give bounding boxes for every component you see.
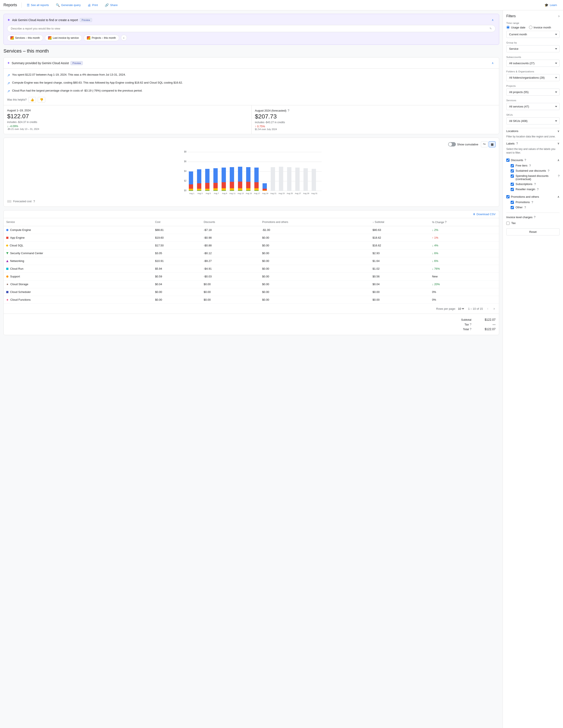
arrow-up-icon: ↑ (255, 125, 256, 128)
chip-projects-this-month[interactable]: Projects – this month (84, 35, 119, 41)
promotions-header[interactable]: Promotions and others ∧ (506, 194, 560, 200)
td-cost: $0.59 (152, 273, 201, 280)
promotions-checkbox[interactable] (506, 195, 510, 198)
td-discounts: $0.00 (201, 296, 259, 304)
summary-collapse-button[interactable]: ∧ (490, 61, 496, 65)
credits-header[interactable]: Discounts ? ∧ (506, 157, 560, 163)
invoice-month-radio[interactable]: Invoice month (529, 26, 551, 29)
td-change: New (429, 273, 499, 280)
prev-page-button[interactable]: ‹ (486, 306, 489, 311)
labels-section-header[interactable]: Labels ? ∨ (506, 140, 560, 146)
summary-body: ↗ You spent $122.07 between Aug 1-19, 20… (4, 69, 499, 105)
learn-button[interactable]: 🎓 Learn (542, 2, 560, 8)
subaccounts-select[interactable]: All subaccounts (27) (506, 60, 560, 67)
help-icon-other[interactable]: ? (524, 206, 526, 209)
gemini-collapse-button[interactable]: ∧ (490, 17, 496, 22)
usage-date-radio[interactable]: Usage date (506, 26, 526, 29)
chart-view-buttons: 〜 ▦ (481, 141, 496, 147)
help-icon-change[interactable]: ? (445, 220, 447, 224)
print-button[interactable]: 🖨 Print (85, 2, 100, 8)
help-icon-promo[interactable]: ? (532, 201, 533, 204)
chip-last-invoice[interactable]: Last invoice by service (45, 35, 82, 41)
help-icon-forecast-2[interactable]: ? (33, 200, 35, 203)
svg-text:Aug 5: Aug 5 (206, 192, 211, 194)
chip-nav-forward[interactable]: › (121, 35, 127, 41)
td-change: ↓ 6% (429, 249, 499, 257)
thumbs-up-button[interactable]: 👍 (28, 97, 36, 103)
td-subtotal: $0.00 (370, 288, 429, 296)
metric-forecasted: August 2024 (forecasted) ? $207.73 inclu… (251, 105, 499, 134)
help-icon-subscriptions[interactable]: ? (534, 182, 536, 186)
generate-query-button[interactable]: 🔍 Generate query (53, 2, 83, 8)
help-icon-tax[interactable]: ? (470, 323, 471, 326)
svg-text:$2: $2 (184, 180, 187, 182)
share-button[interactable]: 🔗 Share (102, 2, 120, 8)
page-range: 1 – 10 of 15 (468, 307, 483, 310)
reset-button[interactable]: Reset (506, 228, 560, 235)
table-row: Cloud Scheduler $0.00 $0.00 $0.00 $0.00 … (4, 288, 499, 296)
help-icon-discounts[interactable]: ? (524, 158, 526, 162)
change-value: 1% (434, 236, 438, 239)
chevron-down-icon-2: ∨ (557, 142, 560, 145)
time-range-radio-row: Usage date Invoice month (506, 26, 560, 29)
show-cumulative-toggle[interactable]: Show cumulative (448, 142, 478, 146)
current-month-select[interactable]: Current month Last month Last 3 months (506, 31, 560, 38)
svg-text:$6: $6 (184, 160, 187, 163)
next-page-button[interactable]: › (493, 306, 496, 311)
line-chart-button[interactable]: 〜 (481, 141, 488, 147)
svg-rect-17 (205, 190, 209, 191)
folders-select[interactable]: All folders/organizations (28) (506, 74, 560, 81)
group-by-select[interactable]: Service Project SKU (506, 45, 560, 52)
locations-section-header[interactable]: Locations ∨ (506, 128, 560, 134)
th-promotions: Promotions and others (259, 218, 370, 226)
services-select[interactable]: All services (47) (506, 103, 560, 110)
service-icon (6, 260, 8, 262)
sustained-checkbox[interactable] (511, 169, 514, 173)
locations-desc: Filter by location data like region and … (506, 135, 560, 138)
spending-checkbox[interactable] (511, 174, 514, 178)
help-icon-labels[interactable]: ? (516, 142, 518, 145)
chip-services-this-month[interactable]: Services – this month (7, 35, 43, 41)
projects-select[interactable]: All projects (55) (506, 89, 560, 96)
td-service: ★ Cloud Functions (4, 296, 152, 304)
help-icon-free[interactable]: ? (529, 164, 531, 167)
print-icon: 🖨 (87, 3, 91, 7)
top-navigation: Reports ☰ See all reports 🔍 Generate que… (0, 0, 563, 10)
td-subtotal: $18.62 (370, 234, 429, 242)
help-icon-sustained[interactable]: ? (548, 169, 549, 173)
other-checkbox[interactable] (511, 206, 514, 209)
td-cost: $0.00 (152, 296, 201, 304)
thumbs-down-button[interactable]: 👎 (38, 97, 45, 103)
td-discounts: -$7.18 (201, 226, 259, 234)
bar-aug1-sql (189, 189, 193, 190)
promotions-sub-checkbox[interactable] (511, 201, 514, 204)
gemini-search-input[interactable] (11, 27, 490, 30)
svg-rect-23 (221, 182, 226, 188)
free-tiers-checkbox[interactable] (511, 164, 514, 167)
tax-checkbox[interactable] (506, 222, 510, 225)
td-change: 0% (429, 288, 499, 296)
svg-text:Aug 21: Aug 21 (270, 192, 276, 194)
table-row: Security Command Center $3.05 -$0.12 $0.… (4, 249, 499, 257)
toggle-switch[interactable] (448, 142, 456, 146)
skus-select[interactable]: All SKUs (408) (506, 117, 560, 124)
help-icon-spending[interactable]: ? (558, 174, 560, 178)
help-icon-invoice[interactable]: ? (534, 215, 535, 219)
help-icon-reseller[interactable]: ? (537, 188, 539, 191)
subscriptions-checkbox[interactable] (511, 183, 514, 186)
quick-chips-row: Services – this month Last invoice by se… (7, 35, 496, 41)
usage-date-input[interactable] (506, 26, 510, 29)
invoice-month-input[interactable] (529, 26, 532, 29)
bar-chart-button[interactable]: ▦ (489, 141, 496, 147)
rows-per-page-select[interactable]: 10 25 50 (457, 307, 465, 311)
see-all-reports-button[interactable]: ☰ See all reports (24, 2, 51, 8)
reseller-checkbox[interactable] (511, 188, 514, 191)
help-icon-total[interactable]: ? (470, 327, 471, 331)
help-icon-forecast[interactable]: ? (288, 109, 289, 112)
labels-desc: Select the key and values of the labels … (506, 147, 560, 155)
th-subtotal: ↓Subtotal (370, 218, 429, 226)
discounts-checkbox[interactable] (506, 159, 510, 162)
table-row: Cloud SQL $17.50 -$0.88 $0.00 $16.62 ↓ 4… (4, 242, 499, 249)
filters-collapse-button[interactable]: › (558, 14, 560, 18)
download-csv-button[interactable]: ⬇ Download CSV (473, 213, 496, 216)
